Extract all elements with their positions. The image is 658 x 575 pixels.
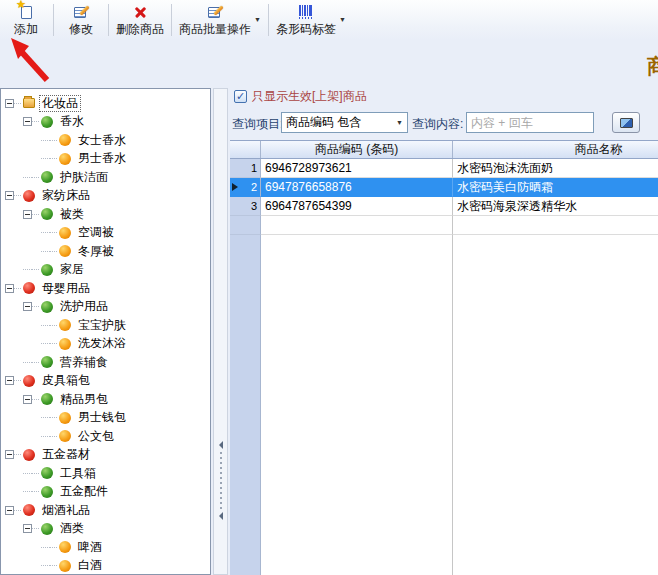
tree-item-label: 五金器材 (39, 446, 93, 463)
query-item-combobox[interactable]: 商品编码 包含 ▼ (281, 112, 408, 133)
tree-item-label: 烟酒礼品 (39, 502, 93, 519)
toolbar-button-商品批量操作[interactable]: 商品批量操作▼ (175, 2, 265, 37)
tree-item-酒类[interactable]: 酒类 (1, 520, 210, 539)
tree-item-公文包[interactable]: 公文包 (1, 427, 210, 446)
tree-item-宝宝护肤[interactable]: 宝宝护肤 (1, 316, 210, 335)
row-indicator-cell[interactable]: 1 (230, 159, 261, 178)
tree-expand-toggle-icon[interactable] (5, 450, 14, 459)
query-content-input[interactable] (466, 112, 594, 133)
tree-item-母婴用品[interactable]: 母婴用品 (1, 279, 210, 298)
chevron-down-icon[interactable]: ▼ (254, 16, 261, 23)
tree-item-男士香水[interactable]: 男士香水 (1, 150, 210, 169)
tree-connector-line (50, 251, 57, 252)
cell-product-code[interactable]: 6946728973621 (261, 159, 453, 178)
product-table: 商品编码 (条码) 商品名称 16946728973621水密码泡沫洗面奶269… (230, 140, 658, 575)
table-row[interactable]: 36964787654399水密码海泉深透精华水 (230, 197, 658, 216)
toolbar-button-修改[interactable]: 修改 (57, 2, 105, 37)
row-indicator-cell[interactable]: 2 (230, 178, 261, 197)
table-row[interactable]: 16946728973621水密码泡沫洗面奶 (230, 159, 658, 178)
tree-expand-toggle-icon[interactable] (5, 191, 14, 200)
tree-item-营养辅食[interactable]: 营养辅食 (1, 353, 210, 372)
cell-product-name[interactable]: 水密码泡沫洗面奶 (453, 159, 658, 178)
row-indicator-cell[interactable]: 3 (230, 197, 261, 216)
tree-item-五金配件[interactable]: 五金配件 (1, 483, 210, 502)
tree-expand-toggle-icon[interactable] (23, 117, 32, 126)
toolbar-button-条形码标签[interactable]: 条形码标签▼ (272, 2, 350, 37)
tree-connector-line (41, 325, 50, 326)
tree-item-冬厚被[interactable]: 冬厚被 (1, 242, 210, 261)
tree-item-精品男包[interactable]: 精品男包 (1, 390, 210, 409)
tree-expand-toggle-icon[interactable] (23, 524, 32, 533)
tree-item-五金器材[interactable]: 五金器材 (1, 446, 210, 465)
tree-item-香水[interactable]: 香水 (1, 113, 210, 132)
tree-item-空调被[interactable]: 空调被 (1, 224, 210, 243)
tree-connector-line (50, 232, 57, 233)
table-row[interactable]: 26947876658876水密码美白防晒霜 (230, 178, 658, 197)
tree-expand-toggle-icon[interactable] (23, 302, 32, 311)
column-header-name[interactable]: 商品名称 (453, 141, 658, 158)
splitter-grip-icon[interactable] (217, 441, 225, 520)
chevron-down-icon[interactable]: ▼ (392, 119, 407, 126)
tree-connector-line (23, 473, 32, 474)
active-goods-checkbox-label[interactable]: 只显示生效[上架]商品 (252, 88, 367, 105)
tree-item-家居[interactable]: 家居 (1, 261, 210, 280)
chevron-down-icon[interactable]: ▼ (339, 16, 346, 23)
cell-product-code[interactable]: 6947876658876 (261, 178, 453, 197)
toolbar-separator (108, 4, 109, 36)
apple-icon (23, 282, 35, 294)
toolbar-button-添加[interactable]: ★添加 (2, 2, 50, 37)
watermelon-icon (41, 356, 53, 368)
tree-expand-toggle-icon[interactable] (23, 395, 32, 404)
tree-item-烟酒礼品[interactable]: 烟酒礼品 (1, 501, 210, 520)
input-method-button[interactable] (612, 112, 640, 133)
tree-connector-line (50, 325, 57, 326)
toolbar-button-删除商品[interactable]: 删除商品 (112, 2, 168, 37)
tree-item-护肤洁面[interactable]: 护肤洁面 (1, 168, 210, 187)
toolbar-separator (268, 4, 269, 36)
tree-connector-line (50, 547, 57, 548)
watermelon-icon (41, 523, 53, 535)
tree-expand-toggle-icon[interactable] (5, 376, 14, 385)
tree-item-label: 洗护用品 (57, 298, 111, 315)
active-goods-checkbox[interactable]: ✓ (234, 90, 247, 103)
tree-item-女士香水[interactable]: 女士香水 (1, 131, 210, 150)
tree-item-工具箱[interactable]: 工具箱 (1, 464, 210, 483)
column-header-code[interactable]: 商品编码 (条码) (261, 141, 453, 158)
tree-connector-line (41, 565, 50, 566)
empty-row (230, 216, 658, 235)
tree-item-化妆品[interactable]: 化妆品 (1, 94, 210, 113)
tree-item-label: 公文包 (75, 428, 117, 445)
tree-connector-line (14, 454, 21, 455)
panel-splitter[interactable] (213, 88, 228, 575)
apple-icon (23, 449, 35, 461)
tree-connector-line (14, 103, 21, 104)
tree-item-啤酒[interactable]: 啤酒 (1, 538, 210, 557)
category-tree-panel: 化妆品香水女士香水男士香水护肤洁面家纺床品被类空调被冬厚被家居母婴用品洗护用品宝… (0, 88, 211, 575)
tree-connector-line (50, 140, 57, 141)
tree-item-白酒[interactable]: 白酒 (1, 557, 210, 575)
tree-item-男士钱包[interactable]: 男士钱包 (1, 409, 210, 428)
cell-product-name[interactable]: 水密码美白防晒霜 (453, 178, 658, 197)
table-header-row: 商品编码 (条码) 商品名称 (230, 141, 658, 159)
cell-product-code[interactable]: 6964787654399 (261, 197, 453, 216)
tree-item-洗发沐浴[interactable]: 洗发沐浴 (1, 335, 210, 354)
tree-expand-toggle-icon[interactable] (5, 284, 14, 293)
tree-connector-line (41, 417, 50, 418)
tree-item-label: 护肤洁面 (57, 169, 111, 186)
tree-connector-line (32, 399, 39, 400)
tree-item-label: 营养辅食 (57, 354, 111, 371)
tree-item-label: 香水 (57, 113, 87, 130)
tree-expand-toggle-icon[interactable] (5, 506, 14, 515)
tree-expand-toggle-icon[interactable] (23, 210, 32, 219)
tree-item-被类[interactable]: 被类 (1, 205, 210, 224)
tree-connector-line (50, 436, 57, 437)
cell-product-name[interactable]: 水密码海泉深透精华水 (453, 197, 658, 216)
tree-item-皮具箱包[interactable]: 皮具箱包 (1, 372, 210, 391)
tree-item-家纺床品[interactable]: 家纺床品 (1, 187, 210, 206)
tree-item-洗护用品[interactable]: 洗护用品 (1, 298, 210, 317)
folder-icon (23, 98, 35, 108)
tree-connector-line (50, 343, 57, 344)
tree-expand-toggle-icon[interactable] (5, 99, 14, 108)
doc-edit-icon (207, 3, 224, 21)
tree-item-label: 男士香水 (75, 150, 129, 167)
